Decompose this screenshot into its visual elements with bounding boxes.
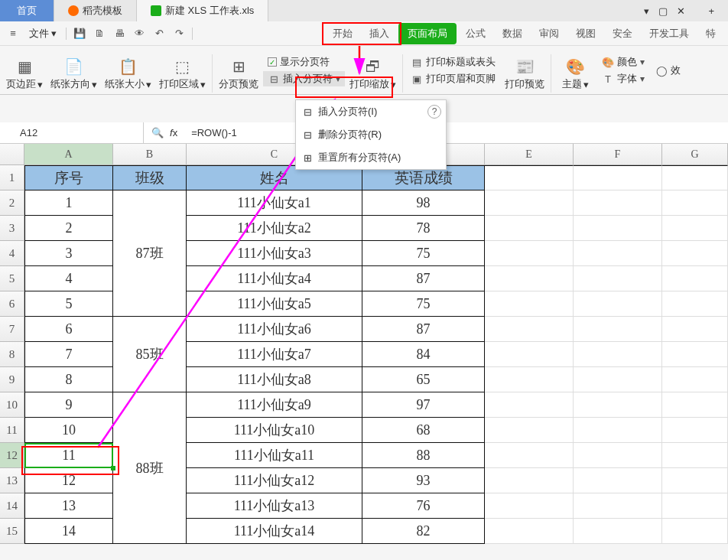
cell[interactable]: 84 bbox=[362, 342, 485, 367]
header-footer-button[interactable]: ▣打印页眉和页脚 bbox=[406, 71, 500, 86]
cell[interactable]: 111小仙女a14 bbox=[187, 519, 362, 544]
cell-merged[interactable]: 88班 bbox=[113, 392, 187, 544]
cell[interactable] bbox=[662, 165, 728, 190]
cell[interactable] bbox=[485, 216, 574, 241]
cell[interactable]: 111小仙女a10 bbox=[187, 418, 362, 443]
cell[interactable]: 75 bbox=[362, 241, 485, 266]
cell[interactable] bbox=[574, 317, 662, 342]
cell[interactable] bbox=[662, 519, 728, 544]
cell[interactable] bbox=[485, 165, 574, 190]
cell[interactable]: 12 bbox=[24, 468, 113, 493]
cell[interactable]: 13 bbox=[24, 493, 113, 519]
cell[interactable]: 11 bbox=[24, 443, 113, 468]
theme-effect-button[interactable]: ◯效 bbox=[651, 63, 685, 78]
cell[interactable] bbox=[485, 392, 574, 418]
cell[interactable]: 87 bbox=[362, 266, 485, 291]
save-icon[interactable]: 💾 bbox=[71, 25, 88, 42]
cell[interactable] bbox=[485, 367, 574, 392]
cell[interactable] bbox=[662, 317, 728, 342]
cell[interactable]: 111小仙女a3 bbox=[187, 241, 362, 266]
margins-button[interactable]: ▦页边距▾ bbox=[3, 48, 46, 93]
cell[interactable]: 111小仙女a9 bbox=[187, 392, 362, 418]
print-scale-button[interactable]: 🗗打印缩放▾ bbox=[346, 48, 399, 93]
cell[interactable]: 10 bbox=[24, 418, 113, 443]
fill-handle[interactable] bbox=[111, 466, 115, 470]
cell[interactable] bbox=[574, 190, 662, 216]
print-titles-button[interactable]: ▤打印标题或表头 bbox=[406, 54, 500, 70]
print-preview-icon[interactable]: 👁 bbox=[131, 25, 148, 42]
file-menu[interactable]: 文件▾ bbox=[24, 27, 61, 41]
col-header-g[interactable]: G bbox=[662, 144, 728, 165]
tab-start[interactable]: 开始 bbox=[325, 24, 360, 44]
cell[interactable] bbox=[662, 342, 728, 367]
print-area-button[interactable]: ⬚打印区域▾ bbox=[156, 48, 209, 93]
cell[interactable] bbox=[662, 291, 728, 317]
cell[interactable]: 111小仙女a7 bbox=[187, 342, 362, 367]
theme-button[interactable]: 🎨主题▾ bbox=[554, 48, 596, 93]
cell[interactable]: 3 bbox=[24, 241, 113, 266]
row-header[interactable]: 3 bbox=[0, 216, 24, 241]
cell[interactable] bbox=[574, 342, 662, 367]
cell[interactable]: 111小仙女a12 bbox=[187, 468, 362, 493]
select-all-corner[interactable] bbox=[0, 144, 24, 165]
row-header[interactable]: 11 bbox=[0, 418, 24, 443]
row-header[interactable]: 6 bbox=[0, 291, 24, 317]
cell[interactable]: 82 bbox=[362, 519, 485, 544]
help-icon[interactable]: ? bbox=[427, 105, 441, 119]
cell[interactable] bbox=[574, 241, 662, 266]
cell[interactable]: 87 bbox=[362, 317, 485, 342]
dropdown-insert-break[interactable]: ⊟插入分页符(I) bbox=[296, 100, 446, 123]
cell[interactable] bbox=[662, 418, 728, 443]
cell[interactable] bbox=[662, 190, 728, 216]
formula-input[interactable]: =ROW()-1 bbox=[185, 127, 243, 138]
tab-home[interactable]: 首页 bbox=[0, 0, 54, 21]
cell[interactable] bbox=[574, 367, 662, 392]
cell[interactable]: 111小仙女a5 bbox=[187, 291, 362, 317]
cell[interactable] bbox=[574, 418, 662, 443]
orientation-button[interactable]: 📄纸张方向▾ bbox=[47, 48, 100, 93]
cell[interactable] bbox=[485, 266, 574, 291]
search-icon[interactable]: 🔍 bbox=[151, 127, 164, 138]
cell-merged[interactable]: 85班 bbox=[113, 317, 187, 392]
tab-restore-icon[interactable]: ▢ bbox=[658, 5, 668, 17]
cell[interactable]: 76 bbox=[362, 493, 485, 519]
row-header[interactable]: 14 bbox=[0, 493, 24, 519]
new-tab-button[interactable]: + bbox=[694, 0, 728, 21]
tab-formula[interactable]: 公式 bbox=[458, 24, 493, 44]
cell[interactable] bbox=[485, 342, 574, 367]
cell[interactable]: 序号 bbox=[24, 165, 113, 190]
cell[interactable]: 111小仙女a2 bbox=[187, 216, 362, 241]
cell[interactable]: 65 bbox=[362, 367, 485, 392]
cell[interactable] bbox=[485, 317, 574, 342]
row-header[interactable]: 1 bbox=[0, 165, 24, 190]
cell[interactable] bbox=[662, 266, 728, 291]
cell[interactable]: 4 bbox=[24, 266, 113, 291]
undo-icon[interactable]: ↶ bbox=[151, 25, 167, 42]
row-header[interactable]: 10 bbox=[0, 392, 24, 418]
cell[interactable] bbox=[574, 291, 662, 317]
tab-data[interactable]: 数据 bbox=[495, 24, 530, 44]
cell[interactable]: 2 bbox=[24, 216, 113, 241]
cell[interactable] bbox=[662, 468, 728, 493]
cell[interactable]: 5 bbox=[24, 291, 113, 317]
cell[interactable] bbox=[574, 493, 662, 519]
cell[interactable]: 98 bbox=[362, 190, 485, 216]
col-header-e[interactable]: E bbox=[485, 144, 574, 165]
row-header[interactable]: 15 bbox=[0, 519, 24, 544]
cell[interactable]: 68 bbox=[362, 418, 485, 443]
cell[interactable] bbox=[485, 493, 574, 519]
tab-insert[interactable]: 插入 bbox=[362, 24, 397, 44]
cell[interactable]: 1 bbox=[24, 190, 113, 216]
cell[interactable]: 9 bbox=[24, 392, 113, 418]
cell[interactable]: 14 bbox=[24, 519, 113, 544]
cell-merged[interactable]: 87班 bbox=[113, 190, 187, 317]
cell[interactable]: 111小仙女a13 bbox=[187, 493, 362, 519]
row-header[interactable]: 12 bbox=[0, 443, 24, 468]
col-header-b[interactable]: B bbox=[113, 144, 187, 165]
row-header[interactable]: 13 bbox=[0, 468, 24, 493]
row-header[interactable]: 8 bbox=[0, 342, 24, 367]
cell[interactable]: 75 bbox=[362, 291, 485, 317]
cell[interactable] bbox=[574, 519, 662, 544]
tab-review[interactable]: 审阅 bbox=[531, 24, 567, 44]
row-header[interactable]: 9 bbox=[0, 367, 24, 392]
